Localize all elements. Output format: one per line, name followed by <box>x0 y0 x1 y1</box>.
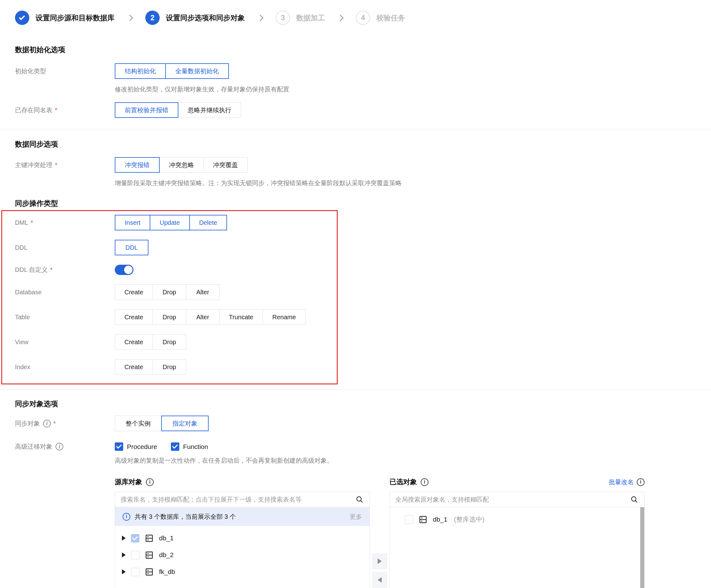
source-objects-title: 源库对象 <box>115 477 142 487</box>
precheck-error-button[interactable]: 前置校验并报错 <box>115 102 178 118</box>
init-type-button-group: 结构初始化 全量数据初始化 <box>115 63 229 79</box>
section-title-init: 数据初始化选项 <box>15 45 711 55</box>
view-drop-button[interactable]: Drop <box>152 334 186 350</box>
ignore-continue-button[interactable]: 忽略并继续执行 <box>178 102 241 118</box>
conflict-ignore-button[interactable]: 冲突忽略 <box>159 157 203 173</box>
index-label: Index <box>15 364 30 371</box>
dml-delete-button[interactable]: Delete <box>189 215 227 231</box>
ddl-row: DDL DDL <box>15 240 337 255</box>
step-1-source-target[interactable]: 设置同步源和目标数据库 <box>15 10 114 25</box>
chevron-separator-icon <box>337 14 344 21</box>
procedure-checkbox[interactable] <box>115 442 123 451</box>
specified-object-button[interactable]: 指定对象 <box>161 416 209 431</box>
chevron-separator-icon <box>257 14 263 21</box>
table-rename-button[interactable]: Rename <box>263 309 306 325</box>
info-icon[interactable]: i <box>43 420 51 428</box>
caret-expand-icon[interactable] <box>122 552 126 558</box>
database-icon <box>418 515 428 524</box>
pk-conflict-row: 主键冲突处理* 冲突报错 冲突忽略 冲突覆盖 <box>15 157 711 173</box>
existing-table-label: 已存在同名表 <box>15 106 52 114</box>
database-drop-button[interactable]: Drop <box>152 284 186 300</box>
table-button-group: Create Drop Alter Truncate Rename <box>115 309 306 325</box>
caret-expand-icon[interactable] <box>122 536 126 541</box>
table-alter-button[interactable]: Alter <box>186 309 219 325</box>
check-icon <box>19 14 25 20</box>
source-search-input[interactable] <box>121 496 356 503</box>
more-link[interactable]: 更多 <box>349 513 362 521</box>
database-alter-button[interactable]: Alter <box>186 284 219 300</box>
tree-row-db2[interactable]: db_2 <box>115 547 369 563</box>
tree-row-db1[interactable]: db_1 <box>115 530 369 547</box>
info-icon[interactable]: i <box>421 478 429 486</box>
dml-insert-button[interactable]: Insert <box>115 215 150 231</box>
database-icon <box>145 534 154 543</box>
selected-row-db1[interactable]: db_1 (整库选中) <box>390 511 644 528</box>
conflict-error-button[interactable]: 冲突报错 <box>115 157 160 173</box>
highlighted-operations-box: DML* Insert Update Delete DDL DDL DDL 自定… <box>1 210 338 385</box>
step-3-data-processing[interactable]: 3 数据加工 <box>276 10 325 25</box>
object-picker: 源库对象 i i 共有 3 个数据库，当前展示全部 3 个 更多 <box>115 477 711 588</box>
selected-search-input[interactable] <box>395 496 630 503</box>
table-truncate-button[interactable]: Truncate <box>219 309 263 325</box>
move-left-button[interactable] <box>373 572 387 587</box>
required-mark: * <box>53 420 56 427</box>
database-label: Database <box>15 289 42 296</box>
index-ops-row: Index Create Drop <box>15 359 337 375</box>
dml-row: DML* Insert Update Delete <box>15 215 337 231</box>
view-label: View <box>15 339 28 346</box>
table-drop-button[interactable]: Drop <box>152 309 186 325</box>
index-drop-button[interactable]: Drop <box>152 359 186 375</box>
step-4-verify-task[interactable]: 4 校验任务 <box>356 10 405 25</box>
step-2-sync-options[interactable]: 2 设置同步选项和同步对象 <box>145 10 245 25</box>
chevron-separator-icon <box>127 14 133 21</box>
structure-init-button[interactable]: 结构初始化 <box>115 63 166 79</box>
dml-update-button[interactable]: Update <box>150 215 190 231</box>
db1-checkbox[interactable] <box>131 534 139 543</box>
conflict-overwrite-button[interactable]: 冲突覆盖 <box>203 157 247 173</box>
full-data-init-button[interactable]: 全量数据初始化 <box>165 63 229 79</box>
batch-rename-link[interactable]: 批量改名 i <box>609 478 645 486</box>
selected-search-bar <box>390 492 644 507</box>
move-right-button[interactable] <box>373 554 387 569</box>
advanced-object-row: 高级迁移对象 i Procedure Function <box>15 442 711 451</box>
table-create-button[interactable]: Create <box>115 309 153 325</box>
info-icon[interactable]: i <box>56 443 63 451</box>
step-2-circle: 2 <box>145 10 160 25</box>
dml-label: DML <box>15 219 28 226</box>
database-icon <box>145 567 154 576</box>
source-objects-column: 源库对象 i i 共有 3 个数据库，当前展示全部 3 个 更多 <box>115 477 370 588</box>
table-label: Table <box>15 314 30 321</box>
db2-checkbox[interactable] <box>131 551 139 559</box>
index-create-button[interactable]: Create <box>115 359 153 375</box>
procedure-checkbox-label: Procedure <box>127 443 157 451</box>
view-button-group: Create Drop <box>115 334 186 350</box>
fkdb-checkbox[interactable] <box>131 568 139 576</box>
section-title-objects: 同步对象选项 <box>15 399 711 409</box>
init-type-row: 初始化类型 结构初始化 全量数据初始化 <box>15 63 711 79</box>
search-icon[interactable] <box>356 495 364 504</box>
dml-button-group: Insert Update Delete <box>115 215 227 231</box>
ddl-button[interactable]: DDL <box>115 240 148 255</box>
search-icon[interactable] <box>630 495 639 504</box>
info-icon[interactable]: i <box>146 478 154 486</box>
ddl-custom-toggle[interactable] <box>115 265 133 275</box>
selected-db1-checkbox[interactable] <box>405 515 413 524</box>
info-icon[interactable]: i <box>637 478 645 486</box>
sync-object-label: 同步对象 <box>15 419 40 428</box>
index-button-group: Create Drop <box>115 359 186 375</box>
caret-expand-icon[interactable] <box>122 569 126 574</box>
view-create-button[interactable]: Create <box>115 334 153 350</box>
sync-object-button-group: 整个实例 指定对象 <box>115 416 209 431</box>
required-mark: * <box>50 266 53 274</box>
source-objects-panel: i 共有 3 个数据库，当前展示全部 3 个 更多 d <box>115 492 370 588</box>
db-selection-suffix: (整库选中) <box>454 515 484 524</box>
database-ops-row: Database Create Drop Alter <box>15 284 337 300</box>
divider <box>0 129 711 129</box>
transfer-controls <box>370 477 389 588</box>
whole-instance-button[interactable]: 整个实例 <box>115 416 161 431</box>
tree-row-fkdb[interactable]: fk_db <box>115 563 369 580</box>
step-4-circle: 4 <box>356 10 370 25</box>
database-create-button[interactable]: Create <box>115 284 153 300</box>
function-checkbox[interactable] <box>171 442 179 451</box>
scrollbar-thumb[interactable] <box>640 507 644 588</box>
